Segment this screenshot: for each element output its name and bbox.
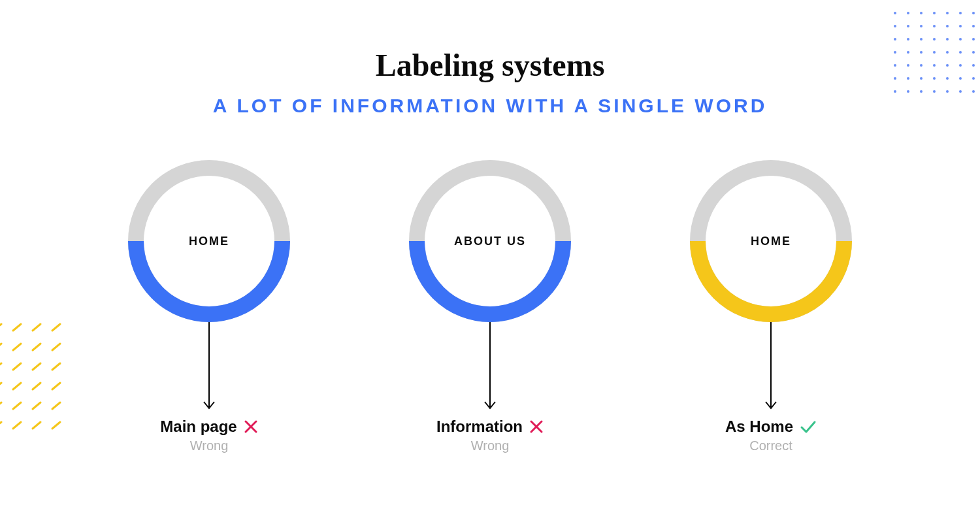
- svg-point-14: [946, 12, 949, 14]
- svg-line-60: [13, 324, 21, 331]
- svg-point-24: [894, 38, 896, 41]
- svg-point-56: [946, 90, 949, 93]
- result-row: Main page: [160, 417, 257, 436]
- svg-point-40: [920, 64, 923, 67]
- svg-line-78: [52, 402, 60, 409]
- ring-label: HOME: [686, 156, 856, 326]
- svg-point-16: [972, 12, 975, 14]
- result-label: Main page: [160, 417, 237, 436]
- svg-point-31: [894, 51, 896, 54]
- svg-point-57: [959, 90, 962, 93]
- svg-line-63: [0, 344, 1, 350]
- ring-label: ABOUT US: [405, 156, 575, 326]
- diagram-item: HOME As Home Correct: [679, 156, 862, 453]
- svg-line-81: [33, 422, 41, 429]
- arrow-down-icon: [764, 316, 777, 414]
- cross-icon: [529, 419, 544, 434]
- svg-point-26: [920, 38, 923, 41]
- diagram-item: ABOUT US Information Wrong: [399, 156, 581, 453]
- svg-point-54: [920, 90, 923, 93]
- svg-point-49: [946, 77, 949, 80]
- svg-point-19: [920, 25, 923, 27]
- svg-line-59: [0, 324, 1, 331]
- svg-point-52: [894, 90, 896, 93]
- result-row: As Home: [725, 417, 817, 436]
- svg-point-55: [933, 90, 936, 93]
- svg-point-58: [972, 90, 975, 93]
- decorative-dots: [889, 7, 980, 105]
- svg-point-22: [959, 25, 962, 27]
- svg-point-50: [959, 77, 962, 80]
- svg-point-17: [894, 25, 896, 27]
- svg-point-48: [933, 77, 936, 80]
- svg-point-12: [920, 12, 923, 14]
- svg-line-79: [0, 422, 1, 429]
- svg-point-42: [946, 64, 949, 67]
- svg-point-37: [972, 51, 975, 54]
- svg-line-70: [52, 363, 60, 370]
- diagram-item: HOME Main page Wrong: [118, 156, 301, 453]
- ring-diagram: HOME: [686, 156, 856, 326]
- svg-point-35: [946, 51, 949, 54]
- svg-point-27: [933, 38, 936, 41]
- svg-line-80: [13, 422, 21, 429]
- svg-point-32: [907, 51, 909, 54]
- svg-line-68: [13, 363, 21, 370]
- ring-label: HOME: [124, 156, 294, 326]
- svg-point-30: [972, 38, 975, 41]
- svg-line-66: [52, 344, 60, 350]
- svg-point-10: [894, 12, 896, 14]
- svg-line-69: [33, 363, 41, 370]
- svg-point-29: [959, 38, 962, 41]
- ring-diagram: ABOUT US: [405, 156, 575, 326]
- result-caption: Wrong: [190, 438, 229, 453]
- result-label: As Home: [725, 417, 793, 436]
- svg-line-74: [52, 383, 60, 389]
- svg-point-47: [920, 77, 923, 80]
- svg-line-82: [52, 422, 60, 429]
- svg-point-51: [972, 77, 975, 80]
- svg-line-73: [33, 383, 41, 389]
- svg-point-28: [946, 38, 949, 41]
- result-label: Information: [436, 417, 523, 436]
- svg-point-13: [933, 12, 936, 14]
- svg-line-75: [0, 402, 1, 409]
- svg-point-39: [907, 64, 909, 67]
- svg-point-11: [907, 12, 909, 14]
- svg-point-23: [972, 25, 975, 27]
- result-caption: Wrong: [471, 438, 510, 453]
- result-caption: Correct: [749, 438, 792, 453]
- svg-line-71: [0, 383, 1, 389]
- svg-line-72: [13, 383, 21, 389]
- svg-point-18: [907, 25, 909, 27]
- svg-point-33: [920, 51, 923, 54]
- result-row: Information: [436, 417, 544, 436]
- arrow-down-icon: [203, 316, 216, 414]
- page-subtitle: A lot of information with a single word: [0, 95, 980, 117]
- cross-icon: [244, 419, 258, 434]
- svg-point-15: [959, 12, 962, 14]
- svg-line-76: [13, 402, 21, 409]
- svg-line-64: [13, 344, 21, 350]
- svg-point-36: [959, 51, 962, 54]
- arrow-down-icon: [483, 316, 497, 414]
- svg-point-38: [894, 64, 896, 67]
- svg-line-67: [0, 363, 1, 370]
- svg-point-44: [972, 64, 975, 67]
- svg-line-62: [52, 324, 60, 331]
- svg-point-34: [933, 51, 936, 54]
- svg-point-53: [907, 90, 909, 93]
- svg-line-77: [33, 402, 41, 409]
- svg-line-61: [33, 324, 41, 331]
- check-icon: [800, 419, 817, 434]
- page-title: Labeling systems: [0, 47, 980, 83]
- svg-point-43: [959, 64, 962, 67]
- svg-point-20: [933, 25, 936, 27]
- diagram-row: HOME Main page Wrong ABOUT US: [0, 156, 980, 453]
- decorative-dashes: [0, 318, 91, 448]
- svg-point-21: [946, 25, 949, 27]
- svg-line-65: [33, 344, 41, 350]
- svg-point-46: [907, 77, 909, 80]
- svg-point-25: [907, 38, 909, 41]
- ring-diagram: HOME: [124, 156, 294, 326]
